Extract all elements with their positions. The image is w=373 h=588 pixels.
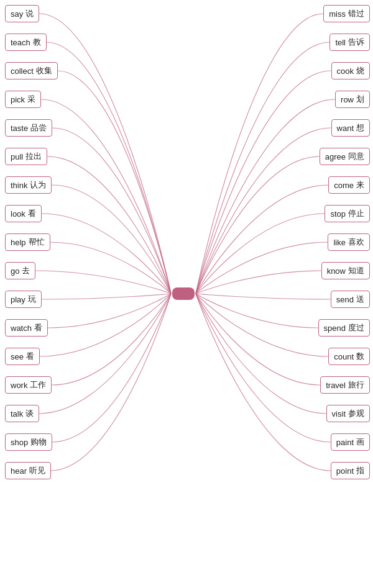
right-node-like: like喜欢 (328, 233, 370, 251)
right-node-travel: travel旅行 (320, 376, 370, 394)
left-node-hear: hear听见 (5, 462, 51, 479)
right-node-agree: agree同意 (320, 148, 370, 165)
right-node-visit: visit参观 (326, 405, 370, 422)
mind-map: say说teach教collect收集pick采taste品尝pull拉出thi… (0, 0, 373, 588)
left-node-help: help帮忙 (5, 233, 50, 251)
right-node-spend: spend度过 (318, 319, 370, 337)
left-node-collect: collect收集 (5, 62, 58, 79)
left-node-watch: watch看 (5, 319, 48, 337)
center-node (172, 287, 195, 300)
left-node-think: think认为 (5, 176, 52, 194)
left-node-look: look看 (5, 205, 42, 222)
right-node-stop: stop停止 (325, 205, 370, 222)
left-node-taste: taste品尝 (5, 119, 52, 137)
right-node-point: point指 (331, 462, 370, 479)
left-node-play: play玩 (5, 291, 42, 308)
left-node-work: work工作 (5, 376, 52, 394)
right-node-tell: tell告诉 (329, 34, 370, 51)
right-node-count: count数 (328, 348, 370, 365)
left-node-say: say说 (5, 5, 39, 22)
right-node-row: row划 (335, 91, 370, 108)
left-node-pick: pick采 (5, 91, 41, 108)
right-node-come: come来 (328, 176, 370, 194)
left-node-teach: teach教 (5, 34, 47, 51)
left-node-go: go去 (5, 262, 35, 279)
left-node-see: see看 (5, 348, 40, 365)
right-node-miss: miss错过 (323, 5, 370, 22)
left-node-talk: talk谈 (5, 405, 39, 422)
left-node-pull: pull拉出 (5, 148, 47, 165)
right-node-paint: paint画 (331, 433, 370, 451)
right-node-want: want想 (331, 119, 370, 137)
right-node-cook: cook烧 (331, 62, 370, 79)
left-node-shop: shop购物 (5, 433, 52, 451)
right-node-know: know知道 (321, 262, 370, 279)
right-node-send: send送 (331, 291, 370, 308)
